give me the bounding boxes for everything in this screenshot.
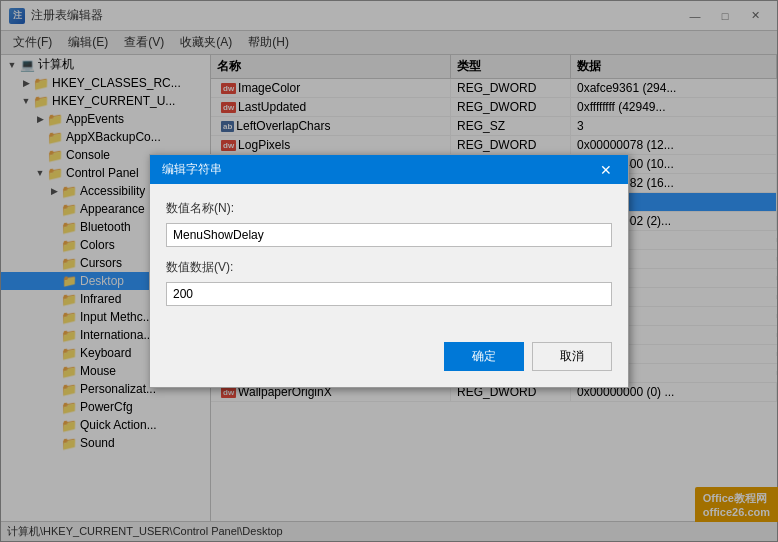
- value-name-input[interactable]: [166, 223, 612, 247]
- dialog-close-button[interactable]: ✕: [596, 162, 616, 178]
- value-data-input[interactable]: [166, 282, 612, 306]
- ok-button[interactable]: 确定: [444, 342, 524, 371]
- dialog-title-bar: 编辑字符串 ✕: [150, 155, 628, 184]
- dialog-title-text: 编辑字符串: [162, 161, 222, 178]
- value-name-label: 数值名称(N):: [166, 200, 612, 217]
- cancel-button[interactable]: 取消: [532, 342, 612, 371]
- edit-string-dialog: 编辑字符串 ✕ 数值名称(N): 数值数据(V): 确定 取消: [149, 154, 629, 388]
- value-data-label: 数值数据(V):: [166, 259, 612, 276]
- dialog-overlay: 编辑字符串 ✕ 数值名称(N): 数值数据(V): 确定 取消: [0, 0, 778, 542]
- dialog-buttons: 确定 取消: [150, 334, 628, 387]
- dialog-body: 数值名称(N): 数值数据(V):: [150, 184, 628, 334]
